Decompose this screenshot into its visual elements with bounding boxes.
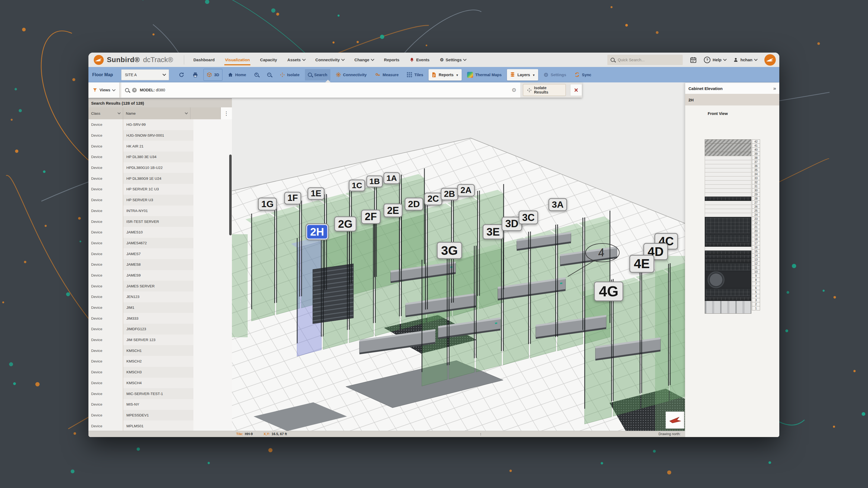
nav-dashboard[interactable]: Dashboard xyxy=(193,53,215,67)
cabinet-label-3g[interactable]: 3G xyxy=(437,242,462,259)
table-row[interactable]: DeviceHP DL380 3E U34 xyxy=(88,152,232,162)
table-row[interactable]: DeviceKMSCH1 xyxy=(88,345,232,356)
cabinet-label-3a[interactable]: 3A xyxy=(549,198,567,211)
cabinet-label-2e[interactable]: 2E xyxy=(383,204,403,218)
table-row[interactable]: DeviceJIM SERVER 123 xyxy=(88,334,232,346)
rack-segment-hatched[interactable] xyxy=(705,152,751,156)
rack-segment-server-slim[interactable] xyxy=(705,297,751,301)
table-row[interactable]: DeviceJAMES SERVER xyxy=(88,281,232,291)
table-row[interactable]: DeviceHK AIR 21 xyxy=(88,141,232,152)
table-row[interactable]: DeviceISR-TEST SERVER xyxy=(88,216,232,227)
table-row[interactable]: DeviceHP DL380G9 1E U24 xyxy=(88,173,232,184)
nav-events[interactable]: Events xyxy=(410,53,429,67)
thermal-maps-button[interactable]: Thermal Maps xyxy=(464,69,505,80)
table-row[interactable]: DeviceMIC-SERVER-TEST-1 xyxy=(88,388,232,399)
table-row[interactable]: DeviceJIM1 xyxy=(88,302,232,313)
cabinet-label-2a[interactable]: 2A xyxy=(457,184,475,197)
table-row[interactable]: DeviceJIM333 xyxy=(88,313,232,324)
table-row[interactable]: DeviceKMSCH3 xyxy=(88,367,232,378)
rack-segment-server-slim[interactable] xyxy=(705,251,751,255)
cabinet-label-1e[interactable]: 1E xyxy=(307,187,324,200)
cabinet-label-1g[interactable]: 1G xyxy=(258,198,277,210)
table-row[interactable]: DeviceMPESSDEV1 xyxy=(88,410,232,421)
floor-map-canvas[interactable]: 4 1G1F1E1C1B1A2G2F2E2D2C2B2A2H3G3E3D3C3A… xyxy=(232,83,685,431)
user-menu[interactable]: hchan xyxy=(733,57,757,62)
rack-segment-server-slim[interactable] xyxy=(705,259,751,263)
site-select[interactable]: SITE A xyxy=(121,69,169,80)
calendar-icon[interactable] xyxy=(690,56,697,63)
rack-segment-hatched[interactable] xyxy=(705,139,751,144)
rack-segment-psu[interactable] xyxy=(705,301,751,314)
table-row[interactable]: DeviceHP SERVER U3 xyxy=(88,195,232,205)
rack-segment-server-slim[interactable] xyxy=(705,242,751,247)
table-row[interactable]: DeviceJAMES8 xyxy=(88,259,232,270)
layers-button[interactable]: Layers▼ xyxy=(507,69,538,80)
nav-settings[interactable]: ⚙ Settings xyxy=(440,53,466,67)
table-row[interactable]: DeviceKMSCH2 xyxy=(88,356,232,367)
cabinet-label-1c[interactable]: 1C xyxy=(348,180,365,191)
rack-segment-server-drives[interactable] xyxy=(705,234,751,242)
isolate-results-button[interactable]: Isolate Results xyxy=(523,84,566,96)
cabinet-label-2f[interactable]: 2F xyxy=(361,209,380,224)
home-button[interactable]: Home xyxy=(225,69,249,80)
cabinet-label-2d[interactable]: 2D xyxy=(405,198,424,210)
search-button[interactable]: Search xyxy=(305,69,330,80)
print-button[interactable] xyxy=(190,69,201,80)
table-row[interactable]: DeviceHP SERVER 1C U3 xyxy=(88,184,232,195)
rack-segment-server-slim[interactable] xyxy=(705,197,751,201)
table-row[interactable]: DeviceHG-SRV-99 xyxy=(88,119,232,130)
cabinet-label-1f[interactable]: 1F xyxy=(284,192,301,204)
help-menu[interactable]: ? Help xyxy=(704,57,726,63)
nav-connectivity[interactable]: Connectivity xyxy=(315,53,344,67)
nav-reports[interactable]: Reports xyxy=(384,53,400,67)
column-header-class[interactable]: Class xyxy=(88,107,123,119)
table-row[interactable]: DeviceJEN123 xyxy=(88,291,232,302)
cabinet-label-3c[interactable]: 3C xyxy=(519,210,538,225)
rack-segment-server-drives[interactable] xyxy=(705,263,751,271)
kebab-menu-icon[interactable]: ⋮ xyxy=(220,107,232,119)
column-header-name[interactable]: Name xyxy=(123,107,190,119)
cabinet-label-3e[interactable]: 3E xyxy=(483,224,503,239)
query-settings-gear-icon[interactable]: ⚙ xyxy=(512,87,517,93)
search-query-field[interactable]: × MODEL: dl380 ⚙ xyxy=(121,83,520,98)
sync-button[interactable]: Sync xyxy=(571,69,594,80)
nav-capacity[interactable]: Capacity xyxy=(260,53,277,67)
rack-segment-hatched[interactable] xyxy=(705,143,751,152)
results-scrollbar-thumb[interactable] xyxy=(229,155,231,235)
quick-search-input[interactable] xyxy=(617,58,673,62)
zoom-in-button[interactable]: + xyxy=(251,69,262,80)
settings-button[interactable]: ⚙ Settings xyxy=(540,69,569,80)
collapse-panel-icon[interactable]: » xyxy=(773,86,776,91)
table-row[interactable]: DeviceHJG-SNOW-SRV-0001 xyxy=(88,130,232,141)
table-row[interactable]: DeviceMIS-NY xyxy=(88,399,232,410)
table-row[interactable]: DeviceHPDL380G10 1B-U22 xyxy=(88,162,232,173)
cabinet-label-2h[interactable]: 2H xyxy=(306,224,328,239)
table-row[interactable]: DeviceJIMDFG123 xyxy=(88,324,232,334)
views-button[interactable]: Views xyxy=(88,83,120,98)
remove-filter-chip-icon[interactable]: × xyxy=(132,88,137,93)
reports-button[interactable]: Reports▼ xyxy=(429,69,462,80)
refresh-button[interactable] xyxy=(176,69,187,80)
isolate-button[interactable]: Isolate xyxy=(277,69,303,80)
3d-toggle-button[interactable]: 3D xyxy=(204,69,222,81)
nav-visualization[interactable]: Visualization xyxy=(225,53,250,67)
cabinet-label-4g[interactable]: 4G xyxy=(594,282,623,301)
table-row[interactable]: DeviceJAMES7 xyxy=(88,248,232,259)
cabinet-label-2c[interactable]: 2C xyxy=(424,193,442,205)
zoom-out-button[interactable]: − xyxy=(264,69,275,80)
rack-segment-server-fans[interactable] xyxy=(705,271,751,289)
measure-button[interactable]: Measure xyxy=(372,69,402,80)
rack-segment-server-drives[interactable] xyxy=(705,288,751,297)
cabinet-label-2b[interactable]: 2B xyxy=(441,188,458,200)
close-search-button[interactable]: × xyxy=(570,84,582,96)
table-row[interactable]: DeviceMPLMS01 xyxy=(88,421,232,431)
rack-segment-server-slim[interactable] xyxy=(705,255,751,259)
nav-change[interactable]: Change xyxy=(354,53,374,67)
table-row[interactable]: DeviceINTRA-NY01 xyxy=(88,205,232,216)
quick-search[interactable] xyxy=(607,55,683,65)
connectivity-button[interactable]: Connectivity xyxy=(333,69,370,80)
cabinet-label-1a[interactable]: 1A xyxy=(383,172,400,184)
table-row[interactable]: DeviceJAMES10 xyxy=(88,227,232,238)
table-row[interactable]: DeviceKMSCH4 xyxy=(88,378,232,389)
rack-segment-server-drives[interactable] xyxy=(705,217,751,234)
